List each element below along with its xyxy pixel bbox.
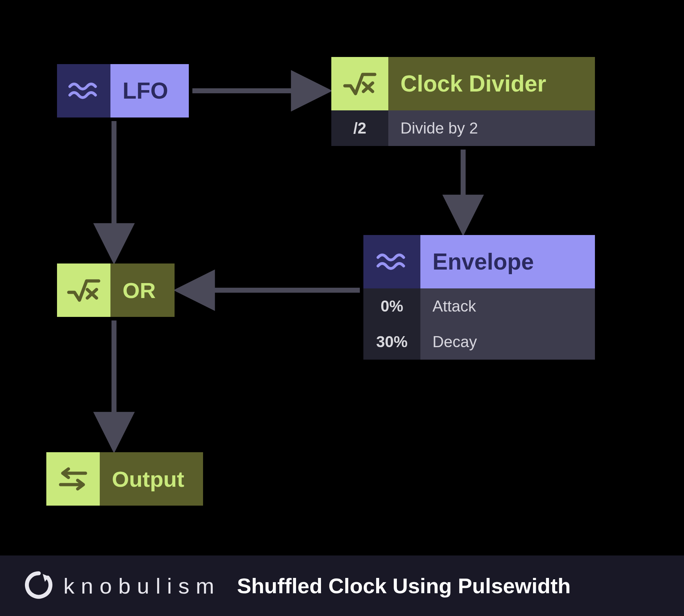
param-value: Divide by 2 xyxy=(388,110,595,146)
param-value: Attack xyxy=(420,288,595,324)
io-icon xyxy=(46,452,100,506)
param-row: 30% Decay xyxy=(363,324,595,360)
param-value: Decay xyxy=(420,324,595,360)
wave-icon xyxy=(363,235,420,288)
param-row: /2 Divide by 2 xyxy=(331,110,595,146)
node-or-label: OR xyxy=(110,263,175,317)
node-clock-divider: Clock Divider /2 Divide by 2 xyxy=(331,57,595,146)
node-lfo-label: LFO xyxy=(110,64,189,118)
brand-logo-icon xyxy=(25,571,53,600)
param-key: 30% xyxy=(363,324,420,360)
sqrt-icon xyxy=(57,263,110,317)
wave-icon xyxy=(57,64,110,118)
node-output-label: Output xyxy=(100,452,203,506)
param-key: /2 xyxy=(331,110,388,146)
footer-bar: knobulism Shuffled Clock Using Pulsewidt… xyxy=(0,555,684,616)
param-key: 0% xyxy=(363,288,420,324)
sqrt-icon xyxy=(331,57,388,110)
diagram-canvas: LFO Clock Divider /2 Divide by 2 xyxy=(0,0,684,555)
node-clock-divider-label: Clock Divider xyxy=(388,57,595,110)
param-row: 0% Attack xyxy=(363,288,595,324)
diagram-title: Shuffled Clock Using Pulsewidth xyxy=(237,574,571,598)
node-lfo: LFO xyxy=(57,64,189,118)
node-envelope-label: Envelope xyxy=(420,235,595,288)
node-output: Output xyxy=(46,452,203,506)
node-or: OR xyxy=(57,263,175,317)
node-envelope: Envelope 0% Attack 30% Decay xyxy=(363,235,595,360)
brand-name: knobulism xyxy=(63,573,221,599)
brand: knobulism xyxy=(25,571,221,600)
